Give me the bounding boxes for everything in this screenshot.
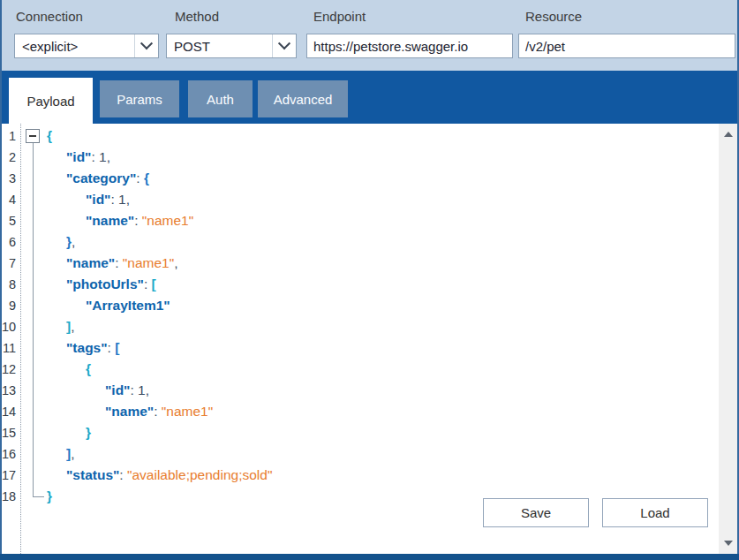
json-token: : 1, — [130, 382, 149, 397]
json-token: { — [47, 128, 52, 143]
line-number: 2 — [2, 147, 20, 168]
json-token: { — [144, 170, 149, 185]
code-line: "id": 1, — [21, 189, 719, 210]
line-number: 3 — [2, 168, 20, 189]
save-button-label: Save — [521, 505, 551, 520]
resource-input[interactable] — [518, 34, 735, 58]
json-token: } — [86, 425, 91, 440]
tab-advanced[interactable]: Advanced — [258, 80, 348, 117]
code-line: } — [21, 422, 719, 443]
code-line: ], — [21, 316, 719, 337]
connection-value: <explicit> — [15, 39, 134, 54]
fold-guide-line — [33, 143, 44, 497]
code-line: { — [21, 359, 719, 380]
json-token: } — [47, 488, 52, 503]
code-line: "id": 1, — [21, 147, 719, 168]
collapse-minus-icon — [29, 135, 36, 137]
code-line: "tags": [ — [21, 337, 719, 359]
request-toolbar: Connection Method Endpoint Resource <exp… — [2, 0, 737, 71]
code-line: "photoUrls": [ — [21, 274, 719, 295]
chevron-down-icon — [272, 34, 296, 57]
json-token: "available;pending;sold" — [127, 467, 272, 482]
json-token: : — [144, 276, 152, 291]
line-number: 13 — [2, 380, 20, 401]
connection-select[interactable]: <explicit> — [14, 34, 159, 58]
app-window: Connection Method Endpoint Resource <exp… — [0, 0, 739, 560]
method-select[interactable]: POST — [166, 34, 297, 58]
triangle-down-icon — [724, 541, 733, 546]
endpoint-input[interactable] — [306, 34, 513, 58]
json-token: "id" — [66, 149, 91, 164]
json-token: : 1, — [110, 192, 130, 207]
code-line: "category": { — [21, 168, 719, 189]
triangle-up-icon — [724, 132, 733, 137]
json-token: , — [71, 446, 74, 461]
json-token: "tags" — [66, 340, 108, 355]
json-token: "name1" — [142, 213, 193, 228]
tab-advanced-label: Advanced — [274, 92, 333, 107]
tab-params-label: Params — [117, 92, 162, 107]
vertical-scrollbar[interactable] — [719, 124, 737, 554]
code-lines[interactable]: {"id": 1,"category": {"id": 1,"name": "n… — [21, 124, 719, 554]
code-line: "status": "available;pending;sold" — [21, 465, 719, 486]
json-token: , — [71, 319, 74, 334]
json-token: "ArrayItem1" — [86, 298, 170, 313]
line-number: 15 — [2, 422, 20, 443]
code-line: ], — [21, 443, 719, 465]
tab-auth[interactable]: Auth — [188, 80, 253, 117]
json-token: "id" — [105, 382, 130, 397]
tab-auth-label: Auth — [207, 92, 234, 107]
code-line: "name": "name1", — [21, 253, 719, 274]
line-number: 11 — [2, 337, 20, 359]
load-button[interactable]: Load — [602, 498, 708, 527]
connection-label: Connection — [16, 9, 83, 24]
json-token: : — [115, 255, 123, 270]
chevron-down-icon — [134, 34, 158, 57]
code-line: { — [21, 125, 719, 147]
line-number: 8 — [2, 274, 20, 295]
tab-strip: Payload Params Auth Advanced — [2, 71, 737, 124]
json-token: "name" — [105, 404, 154, 419]
json-token: : — [119, 467, 127, 482]
json-editor[interactable]: 123456789101112131415161718 {"id": 1,"ca… — [2, 124, 737, 554]
json-token: "name1" — [123, 255, 174, 270]
json-token: : — [136, 170, 144, 185]
resource-label: Resource — [525, 9, 582, 24]
json-token: : — [154, 404, 162, 419]
json-token: , — [72, 234, 75, 249]
code-line: "name": "name1" — [21, 210, 719, 231]
line-number: 17 — [2, 465, 20, 486]
code-line: "ArrayItem1" — [21, 295, 719, 316]
window-border-bottom — [0, 554, 739, 560]
method-label: Method — [175, 9, 219, 24]
code-line: "id": 1, — [21, 380, 719, 401]
json-token: [ — [115, 340, 119, 355]
line-number: 5 — [2, 210, 20, 231]
json-token: "name" — [66, 255, 115, 270]
window-border-left — [0, 0, 2, 560]
json-token: "id" — [86, 192, 110, 207]
tab-payload[interactable]: Payload — [9, 78, 93, 124]
line-number: 18 — [2, 486, 20, 507]
fold-toggle[interactable] — [26, 129, 40, 143]
json-token: : — [108, 340, 116, 355]
json-token: : 1, — [91, 149, 110, 164]
json-token: "status" — [66, 467, 119, 482]
line-number: 4 — [2, 189, 20, 210]
endpoint-label: Endpoint — [313, 9, 366, 24]
line-number-gutter: 123456789101112131415161718 — [2, 124, 21, 554]
line-number: 16 — [2, 443, 20, 465]
line-number: 1 — [2, 125, 20, 147]
line-number: 7 — [2, 253, 20, 274]
scroll-up-button[interactable] — [719, 125, 737, 143]
json-token: "name" — [86, 213, 134, 228]
tab-params[interactable]: Params — [100, 80, 179, 117]
json-token: "photoUrls" — [66, 276, 144, 291]
line-number: 9 — [2, 295, 20, 316]
scroll-down-button[interactable] — [719, 534, 737, 552]
json-token: "category" — [66, 170, 136, 185]
json-token: [ — [152, 276, 156, 291]
line-number: 14 — [2, 401, 20, 422]
json-token: : — [134, 213, 142, 228]
save-button[interactable]: Save — [483, 498, 589, 527]
